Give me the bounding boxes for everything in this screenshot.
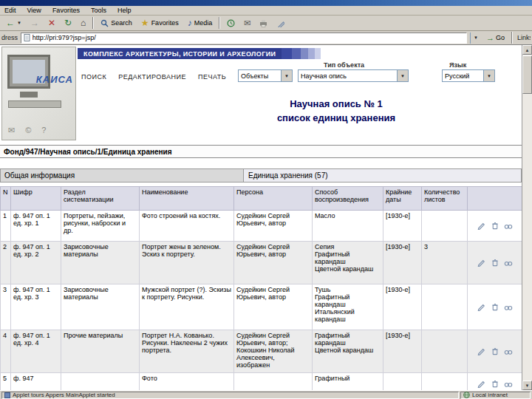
col-header-dates: Крайние даты: [383, 187, 422, 211]
forward-button[interactable]: →: [27, 16, 43, 30]
links-label[interactable]: Links: [517, 34, 531, 41]
vertical-scrollbar[interactable]: ▲ ▼: [522, 45, 532, 390]
address-field[interactable]: [21, 33, 467, 44]
cell-method: Масло: [313, 211, 383, 242]
delete-icon[interactable]: [491, 379, 499, 389]
menu-item-view[interactable]: View: [27, 7, 42, 14]
objects-select-value: Объекты: [239, 70, 281, 81]
edit-icon[interactable]: [477, 302, 485, 313]
edit-page-icon: [276, 19, 284, 27]
banner-block: [292, 48, 301, 59]
menu-item-edit[interactable]: Edit: [4, 7, 17, 14]
delete-icon[interactable]: [491, 258, 499, 268]
page-content: КАИСА ✉ © ? КОМПЛЕКС АРХИТЕКТУРЫ, ИСТОРИ…: [0, 45, 532, 390]
main-nav: ПОИСК РЕДАКТИРОВАНИЕ ПЕЧАТЬ: [81, 71, 226, 82]
status-zone-pane: Local intranet: [460, 392, 531, 399]
cell-section: [61, 373, 140, 391]
objects-select[interactable]: Объекты ▼: [238, 69, 293, 82]
back-icon: ←: [6, 18, 15, 27]
edit-icon[interactable]: [477, 347, 485, 357]
cell-name: Мужской портрет (?). Эскизы к портрету. …: [140, 284, 234, 330]
print-button[interactable]: [256, 16, 271, 30]
chevron-down-icon[interactable]: ▼: [281, 70, 292, 81]
toolbar-separator: [511, 32, 513, 44]
address-dropdown-icon[interactable]: ▼: [470, 33, 481, 44]
page-title-line1: Научная опись № 1: [174, 97, 499, 111]
edit-icon[interactable]: [477, 221, 485, 231]
mail-icon: ✉: [244, 18, 250, 27]
favorites-button[interactable]: ★Favorites: [137, 16, 183, 30]
tab-general-info[interactable]: Общая информация: [0, 168, 244, 183]
view-icon[interactable]: [504, 347, 513, 357]
cell-section: Зарисовочные материалы: [61, 242, 140, 284]
breadcrumb[interactable]: Фонд/947/Научная опись/1/Единица хранени…: [0, 145, 522, 158]
object-type-select[interactable]: Научная опись ▼: [298, 69, 409, 82]
view-icon[interactable]: [504, 258, 513, 268]
chevron-down-icon[interactable]: ▼: [483, 70, 494, 81]
edit-icon[interactable]: [477, 379, 485, 389]
back-button[interactable]: ←▼: [2, 16, 25, 30]
page-title-line2: список единиц хранения: [174, 111, 499, 125]
cell-name: Фото строений на костях.: [140, 211, 234, 242]
language-select[interactable]: Русский ▼: [442, 69, 495, 82]
tab-storage-units[interactable]: Единица хранения (57): [244, 168, 522, 183]
nav-item-search[interactable]: ПОИСК: [81, 73, 106, 81]
menu-item-favorites[interactable]: Favorites: [52, 7, 81, 14]
stop-icon: ✕: [48, 18, 55, 27]
cell-method: Графитный карандаш Цветной карандаш: [313, 330, 383, 373]
menu-bar: Edit View Favorites Tools Help: [0, 6, 532, 16]
cell-name: Портрет Н.А. Кованько. Рисунки. Наклеены…: [140, 330, 234, 373]
scroll-down-icon[interactable]: ▼: [522, 381, 532, 390]
scroll-up-icon[interactable]: ▲: [522, 45, 532, 55]
cell-dates: [1930-е]: [383, 284, 422, 330]
refresh-button[interactable]: ↻: [61, 16, 75, 30]
applet-icon: [4, 392, 10, 398]
delete-icon[interactable]: [491, 221, 499, 231]
media-button[interactable]: ♪Media: [184, 16, 216, 30]
cell-sheets: 3: [422, 242, 468, 284]
menu-item-tools[interactable]: Tools: [90, 7, 107, 14]
cell-n: 4: [1, 330, 11, 373]
stop-button[interactable]: ✕: [44, 16, 59, 30]
delete-icon[interactable]: [491, 347, 499, 357]
history-button[interactable]: [223, 16, 239, 30]
cell-name: Портрет жены в зеленом. Эскиз к портрету…: [140, 242, 234, 284]
table-row: 1 ф. 947 оп. 1 ед. хр. 1 Портреты, пейза…: [1, 211, 522, 242]
cell-persona: Судейкин Сергей Юрьевич, автор: [234, 211, 313, 242]
nav-item-edit[interactable]: РЕДАКТИРОВАНИЕ: [118, 73, 186, 81]
object-type-select-value: Научная опись: [299, 70, 397, 81]
print-icon: [259, 19, 267, 27]
page-icon: [24, 34, 30, 41]
nav-item-print[interactable]: ПЕЧАТЬ: [198, 73, 226, 81]
edit-page-button[interactable]: [273, 16, 288, 30]
cell-code: ф. 947 оп. 1 ед. хр. 2: [11, 242, 61, 284]
keyboard-image: [8, 100, 61, 108]
address-input[interactable]: [33, 33, 464, 42]
row-actions: [468, 242, 522, 284]
view-icon[interactable]: [504, 221, 513, 231]
table-row: 5 ф. 947 Фото Графитный: [1, 373, 522, 391]
cell-code: ф. 947 оп. 1 ед. хр. 1: [11, 211, 61, 242]
cell-code: ф. 947 оп. 1 ед. хр. 4: [11, 330, 61, 373]
edit-icon[interactable]: [477, 258, 485, 268]
window-titlebar[interactable]: [0, 0, 532, 6]
envelope-icon[interactable]: ✉: [8, 126, 15, 135]
cell-method: Сепия Графитный карандаш Цветной каранда…: [313, 242, 383, 284]
scrollbar-thumb[interactable]: [522, 55, 532, 94]
col-header-name: Наименование: [140, 187, 234, 211]
cell-name: Фото: [140, 373, 234, 391]
view-icon[interactable]: [504, 379, 513, 389]
view-icon[interactable]: [504, 302, 513, 313]
banner-block: [315, 48, 321, 59]
search-button[interactable]: Search: [97, 16, 136, 30]
table-row: 4 ф. 947 оп. 1 ед. хр. 4 Прочие материал…: [1, 330, 522, 373]
help-icon[interactable]: ?: [41, 126, 46, 135]
go-button[interactable]: →Go: [484, 32, 507, 44]
menu-item-help[interactable]: Help: [117, 7, 132, 14]
chevron-down-icon[interactable]: ▼: [397, 70, 408, 81]
mail-button[interactable]: ✉: [240, 16, 254, 30]
holdings-table-wrap: N Шифр Раздел систематизации Наименовани…: [0, 186, 522, 390]
kaisa-logo[interactable]: КАИСА ✉ © ?: [1, 47, 76, 140]
delete-icon[interactable]: [491, 302, 499, 313]
home-button[interactable]: ⌂: [77, 16, 89, 30]
